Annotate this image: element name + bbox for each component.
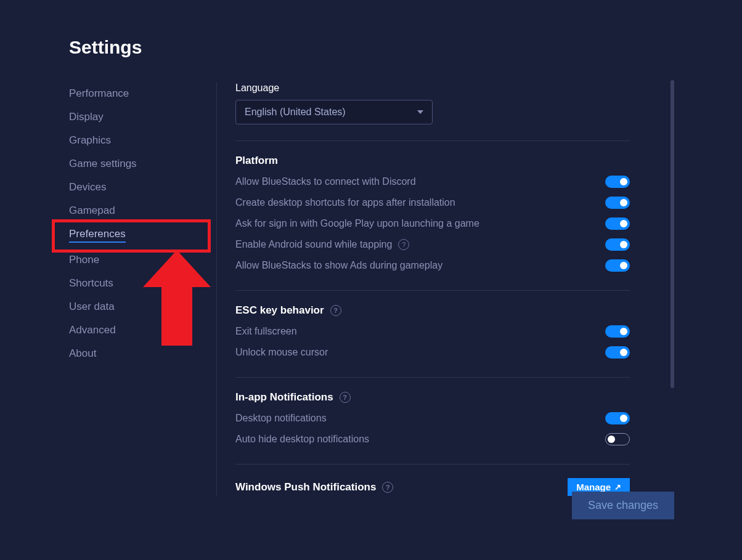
sidebar-item-graphics[interactable]: Graphics [69,134,111,147]
toggle-label: Ask for sign in with Google Play upon la… [235,218,479,229]
external-link-icon: ↗ [614,482,621,492]
language-selected-value: English (United States) [245,107,346,118]
toggle-label: Create desktop shortcuts for apps after … [235,197,455,208]
section-platform: Platform Allow BlueStacks to connect wit… [235,140,630,290]
sidebar-item-gamepad[interactable]: Gamepad [69,205,115,217]
toggle-label: Auto hide desktop notifications [235,434,369,445]
section-esc: ESC key behavior ? Exit fullscreen Unloc… [235,290,630,377]
help-icon[interactable]: ? [330,305,341,316]
sidebar-item-about[interactable]: About [69,347,96,360]
help-icon[interactable]: ? [340,392,351,403]
toggle-exit-fullscreen[interactable] [605,325,630,338]
section-heading-esc: ESC key behavior ? [235,304,630,317]
sidebar: Performance Display Graphics Game settin… [69,83,217,496]
section-heading-label: Platform [235,155,278,167]
sidebar-item-advanced[interactable]: Advanced [69,324,116,336]
save-changes-button[interactable]: Save changes [572,492,674,519]
section-heading-label: In-app Notifications [235,391,333,404]
toggle-label: Allow BlueStacks to connect with Discord [235,176,416,187]
toggle-row-ads: Allow BlueStacks to show Ads during game… [235,259,630,272]
sidebar-item-display[interactable]: Display [69,111,104,123]
toggle-row-android-sound: Enable Android sound while tapping ? [235,238,630,251]
toggle-discord[interactable] [605,176,630,188]
section-heading-inapp: In-app Notifications ? [235,391,630,404]
sidebar-item-performance[interactable]: Performance [69,87,129,100]
sidebar-item-phone[interactable]: Phone [69,254,99,266]
section-windows-push: Windows Push Notifications ? Manage ↗ [235,464,630,496]
section-heading-winpush: Windows Push Notifications ? [235,481,393,493]
section-heading-label: Windows Push Notifications [235,481,376,493]
toggle-label: Unlock mouse cursor [235,347,328,358]
help-icon[interactable]: ? [382,482,393,493]
page-title: Settings [69,37,742,58]
toggle-row-exit-fullscreen: Exit fullscreen [235,325,630,338]
sidebar-item-preferences[interactable]: Preferences [69,228,126,243]
toggle-desktop-shortcuts[interactable] [605,197,630,209]
language-select[interactable]: English (United States) [235,100,433,124]
toggle-label: Allow BlueStacks to show Ads during game… [235,260,442,271]
toggle-row-autohide-notifications: Auto hide desktop notifications [235,433,630,445]
toggle-row-unlock-cursor: Unlock mouse cursor [235,346,630,359]
toggle-android-sound[interactable] [605,238,630,251]
section-heading-platform: Platform [235,155,630,167]
language-label: Language [235,83,630,94]
toggle-unlock-cursor[interactable] [605,346,630,359]
toggle-label: Exit fullscreen [235,326,297,337]
toggle-desktop-notifications[interactable] [605,412,630,424]
toggle-row-google-signin: Ask for sign in with Google Play upon la… [235,217,630,230]
toggle-autohide-notifications[interactable] [605,433,630,445]
section-inapp-notifications: In-app Notifications ? Desktop notificat… [235,377,630,464]
sidebar-item-game-settings[interactable]: Game settings [69,158,137,170]
chevron-down-icon [417,110,423,114]
toggle-ads[interactable] [605,259,630,272]
help-icon[interactable]: ? [398,239,409,250]
sidebar-item-shortcuts[interactable]: Shortcuts [69,277,113,290]
toggle-google-signin[interactable] [605,217,630,230]
manage-button-label: Manage [576,482,611,492]
scrollbar[interactable] [671,80,674,388]
section-heading-label: ESC key behavior [235,304,324,317]
main-panel: Language English (United States) Platfor… [217,83,648,496]
toggle-row-desktop-notifications: Desktop notifications [235,412,630,424]
toggle-label: Enable Android sound while tapping [235,239,392,250]
sidebar-item-devices[interactable]: Devices [69,181,106,193]
toggle-label: Desktop notifications [235,413,327,424]
toggle-row-discord: Allow BlueStacks to connect with Discord [235,176,630,188]
toggle-row-shortcuts: Create desktop shortcuts for apps after … [235,197,630,209]
sidebar-item-user-data[interactable]: User data [69,301,115,313]
